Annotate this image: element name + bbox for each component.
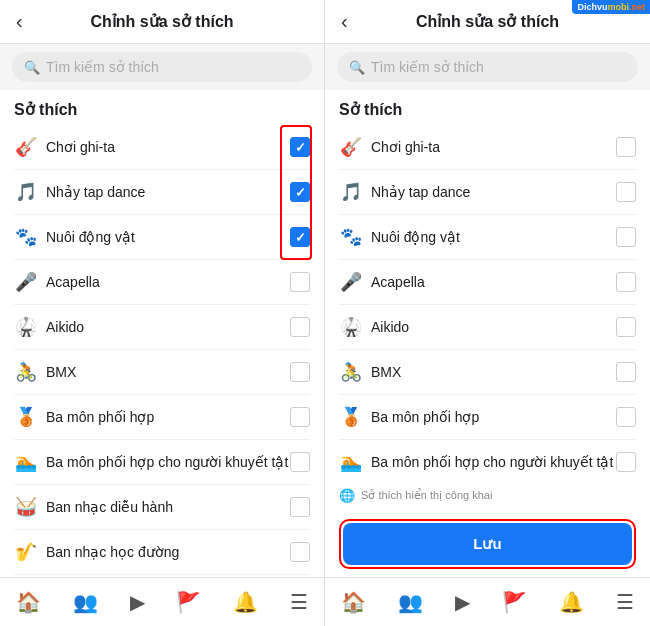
public-icon: 🌐 bbox=[339, 488, 355, 503]
search-icon-right: 🔍 bbox=[349, 60, 365, 75]
right-bottom-nav: 🏠 👥 ▶ 🚩 🔔 ☰ bbox=[325, 577, 650, 626]
interest-name: Chơi ghi-ta bbox=[46, 138, 115, 156]
left-bottom-nav: 🏠 👥 ▶ 🚩 🔔 ☰ bbox=[0, 577, 324, 626]
left-header: ‹ Chỉnh sửa sở thích bbox=[0, 0, 324, 44]
back-button-left[interactable]: ‹ bbox=[16, 10, 23, 33]
list-item: 🥁 Ban nhạc diễu hành bbox=[14, 485, 310, 530]
interest-name: Ban nhạc học đường bbox=[46, 543, 179, 561]
interest-icon: 🎵 bbox=[14, 181, 38, 203]
interest-name: Ban nhạc diễu hành bbox=[46, 498, 173, 516]
right-section-label: Sở thích bbox=[325, 90, 650, 125]
right-panel: Dichvumobi.net ‹ Chỉnh sửa sở thích 🔍 Tì… bbox=[325, 0, 650, 626]
left-search-wrap[interactable]: 🔍 Tìm kiếm sở thích bbox=[12, 52, 312, 82]
list-item: 🥉 Ba môn phối hợp bbox=[14, 395, 310, 440]
search-icon-left: 🔍 bbox=[24, 60, 40, 75]
interest-name: Nhảy tap dance bbox=[371, 183, 470, 201]
dichvu-badge: Dichvumobi.net bbox=[572, 0, 650, 14]
list-item: 🥉 Ba môn phối hợp bbox=[339, 395, 636, 440]
interest-name: Ba môn phối hợp cho người khuyết tật bbox=[46, 453, 288, 471]
nav-flag-left[interactable]: 🚩 bbox=[168, 586, 209, 618]
list-item: 🚴 BMX bbox=[14, 350, 310, 395]
interest-icon: 🎵 bbox=[339, 181, 363, 203]
interest-icon: 🐾 bbox=[339, 226, 363, 248]
interest-name: BMX bbox=[371, 363, 401, 381]
checkbox-0-left[interactable] bbox=[290, 137, 310, 157]
checkbox-7-left[interactable] bbox=[290, 452, 310, 472]
checkbox-5-left[interactable] bbox=[290, 362, 310, 382]
right-interests-list: 🎸 Chơi ghi-ta 🎵 Nhảy tap dance 🐾 Nuôi độ… bbox=[325, 125, 650, 480]
interest-name: Ba môn phối hợp bbox=[46, 408, 154, 426]
checkbox-4-left[interactable] bbox=[290, 317, 310, 337]
right-title: Chỉnh sửa sở thích bbox=[416, 12, 559, 31]
list-item: 🐾 Nuôi động vật bbox=[339, 215, 636, 260]
right-search-bar: 🔍 Tìm kiếm sở thích bbox=[325, 44, 650, 90]
interest-icon: 🎤 bbox=[339, 271, 363, 293]
checkbox-8-left[interactable] bbox=[290, 497, 310, 517]
checkbox-9-left[interactable] bbox=[290, 542, 310, 562]
list-item: 🥋 Aikido bbox=[339, 305, 636, 350]
interest-icon: 🥉 bbox=[339, 406, 363, 428]
right-search-placeholder: Tìm kiếm sở thích bbox=[371, 59, 484, 75]
back-button-right[interactable]: ‹ bbox=[341, 10, 348, 33]
nav-menu-left[interactable]: ☰ bbox=[282, 586, 316, 618]
nav-video-right[interactable]: ▶ bbox=[447, 586, 478, 618]
nav-flag-right[interactable]: 🚩 bbox=[494, 586, 535, 618]
list-item: 🎸 Chơi ghi-ta bbox=[339, 125, 636, 170]
checkbox-6-left[interactable] bbox=[290, 407, 310, 427]
nav-friends-left[interactable]: 👥 bbox=[65, 586, 106, 618]
list-item: 🥋 Aikido bbox=[14, 305, 310, 350]
checkbox-1-left[interactable] bbox=[290, 182, 310, 202]
interest-name: Aikido bbox=[46, 318, 84, 336]
list-item: 🎷 Ban nhạc học đường bbox=[14, 530, 310, 575]
interest-icon: 🥉 bbox=[14, 406, 38, 428]
left-section-label: Sở thích bbox=[0, 90, 324, 125]
checkbox-0-right[interactable] bbox=[616, 137, 636, 157]
interest-icon: 🏊 bbox=[339, 451, 363, 473]
interest-icon: 🎸 bbox=[14, 136, 38, 158]
nav-menu-right[interactable]: ☰ bbox=[608, 586, 642, 618]
interest-icon: 🥋 bbox=[339, 316, 363, 338]
nav-bell-right[interactable]: 🔔 bbox=[551, 586, 592, 618]
interest-name: Ba môn phối hợp cho người khuyết tật bbox=[371, 453, 613, 471]
nav-home-right[interactable]: 🏠 bbox=[333, 586, 374, 618]
interest-icon: 🐾 bbox=[14, 226, 38, 248]
left-search-placeholder: Tìm kiếm sở thích bbox=[46, 59, 159, 75]
left-interests-list: 🎸 Chơi ghi-ta 🎵 Nhảy tap dance 🐾 Nuôi độ… bbox=[0, 125, 324, 577]
nav-home-left[interactable]: 🏠 bbox=[8, 586, 49, 618]
checkbox-5-right[interactable] bbox=[616, 362, 636, 382]
save-button[interactable]: Lưu bbox=[343, 523, 632, 565]
checkbox-1-right[interactable] bbox=[616, 182, 636, 202]
save-button-wrap: Lưu bbox=[325, 511, 650, 577]
interest-icon: 🏊 bbox=[14, 451, 38, 473]
left-title: Chỉnh sửa sở thích bbox=[90, 12, 233, 31]
footer-note: 🌐 Sở thích hiển thị công khai bbox=[325, 480, 650, 511]
right-search-wrap[interactable]: 🔍 Tìm kiếm sở thích bbox=[337, 52, 638, 82]
interest-name: Acapella bbox=[371, 273, 425, 291]
interest-name: Nuôi động vật bbox=[371, 228, 460, 246]
interest-icon: 🥁 bbox=[14, 496, 38, 518]
checkbox-2-right[interactable] bbox=[616, 227, 636, 247]
list-item: 🐾 Nuôi động vật bbox=[14, 215, 310, 260]
interest-icon: 🚴 bbox=[14, 361, 38, 383]
interest-name: Acapella bbox=[46, 273, 100, 291]
list-item: 🏊 Ba môn phối hợp cho người khuyết tật bbox=[14, 440, 310, 485]
checkbox-7-right[interactable] bbox=[616, 452, 636, 472]
save-button-highlight: Lưu bbox=[339, 519, 636, 569]
nav-bell-left[interactable]: 🔔 bbox=[225, 586, 266, 618]
checkbox-3-left[interactable] bbox=[290, 272, 310, 292]
interest-icon: 🚴 bbox=[339, 361, 363, 383]
interest-name: Ba môn phối hợp bbox=[371, 408, 479, 426]
nav-friends-right[interactable]: 👥 bbox=[390, 586, 431, 618]
list-item: 🎸 Chơi ghi-ta bbox=[14, 125, 310, 170]
interest-icon: 🎤 bbox=[14, 271, 38, 293]
checkbox-3-right[interactable] bbox=[616, 272, 636, 292]
list-item: 🎤 Acapella bbox=[14, 260, 310, 305]
checkbox-6-right[interactable] bbox=[616, 407, 636, 427]
interest-name: Chơi ghi-ta bbox=[371, 138, 440, 156]
footer-note-text: Sở thích hiển thị công khai bbox=[361, 489, 492, 502]
left-panel: ‹ Chỉnh sửa sở thích 🔍 Tìm kiếm sở thích… bbox=[0, 0, 325, 626]
checkbox-2-left[interactable] bbox=[290, 227, 310, 247]
nav-video-left[interactable]: ▶ bbox=[122, 586, 153, 618]
checkbox-4-right[interactable] bbox=[616, 317, 636, 337]
list-item: 🏊 Ba môn phối hợp cho người khuyết tật bbox=[339, 440, 636, 480]
